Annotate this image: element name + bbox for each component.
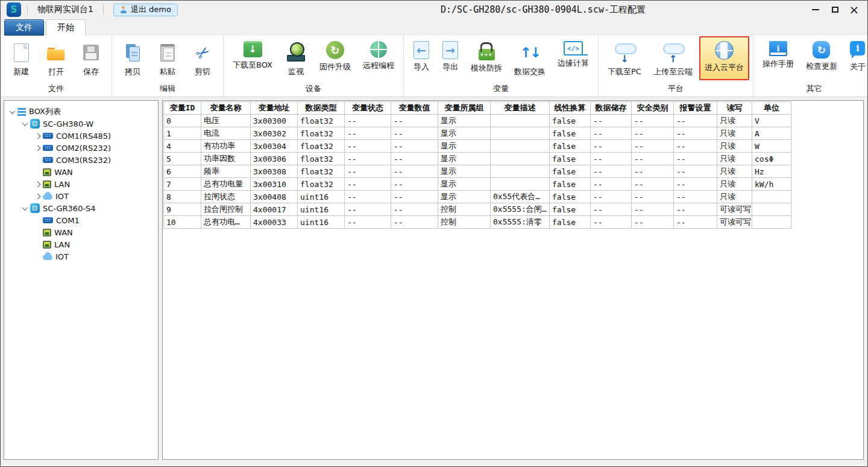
ethernet-port-icon [43, 241, 51, 249]
table-row[interactable]: 5功率因数3x00306float32----显示false------只读co… [164, 153, 791, 165]
expander-down-icon[interactable] [10, 108, 16, 114]
check-update-button[interactable]: ↻检查更新 [800, 36, 843, 80]
cell: -- [674, 153, 717, 165]
download-to-pc-button[interactable]: ↓下载至PC [602, 36, 647, 80]
cell: 4 [164, 140, 201, 153]
logout-button[interactable]: 退出 demo [113, 4, 178, 16]
cell: 显示 [438, 115, 491, 127]
tree-item-iot[interactable]: IOT [4, 190, 158, 202]
expander-right-icon[interactable] [35, 181, 41, 187]
minimize-button[interactable] [806, 1, 825, 18]
table-row[interactable]: 0电压3x00300float32----显示false------只读V [164, 115, 791, 127]
enter-cloud-platform-button[interactable]: 进入云平台 [699, 36, 749, 80]
tab-file[interactable]: 文件 [4, 19, 44, 36]
tree-item-com1-rs485-[interactable]: COM1(RS485) [4, 130, 158, 142]
copy-button[interactable]: 拷贝 [116, 36, 149, 80]
column-header[interactable]: 数据储存 [591, 102, 632, 115]
column-header[interactable]: 报警设置 [674, 102, 717, 115]
column-header[interactable]: 变量状态 [345, 102, 391, 115]
cell: Hz [752, 165, 791, 178]
tree-item-label: WAN [54, 168, 73, 177]
cell: 拉闸状态 [201, 191, 251, 203]
new-file-icon [10, 41, 33, 64]
module-tamper-proof-button[interactable]: •••模块防拆 [465, 36, 508, 80]
cell: 6 [164, 165, 201, 178]
tree-item-lan[interactable]: LAN [4, 178, 158, 190]
cell: 9 [164, 203, 201, 216]
cell: 显示 [438, 191, 491, 203]
column-header[interactable]: 变量数值 [391, 102, 438, 115]
tab-start[interactable]: 开始 [46, 19, 86, 36]
tree-item-lan[interactable]: LAN [4, 238, 158, 250]
column-header[interactable]: 数据类型 [298, 102, 345, 115]
column-header[interactable]: 单位 [752, 102, 791, 115]
column-header[interactable]: 变量名称 [201, 102, 251, 115]
column-header[interactable]: 变量地址 [251, 102, 298, 115]
expander-down-icon[interactable] [22, 120, 28, 126]
cell: -- [591, 216, 632, 229]
expander-right-icon[interactable] [35, 145, 41, 151]
cell: float32 [298, 165, 345, 178]
column-header[interactable]: 线性换算 [550, 102, 591, 115]
download-to-box-button[interactable]: ↓下载至BOX [227, 36, 278, 80]
upload-to-cloud-button[interactable]: ↑上传至云端 [648, 36, 698, 80]
column-header[interactable]: 变量描述 [491, 102, 550, 115]
close-button[interactable]: × [844, 1, 864, 18]
cell [752, 203, 791, 216]
ribbon-group-edit: 拷贝粘贴✂剪切编辑 [112, 36, 224, 97]
cell: 有功功率 [201, 140, 251, 153]
export-button[interactable]: →导出 [436, 36, 464, 80]
expander-down-icon[interactable] [22, 205, 28, 211]
tree-item-com1[interactable]: COM1 [4, 214, 158, 226]
cell: -- [345, 127, 391, 140]
manual-book-icon: i [769, 41, 787, 56]
list-icon [17, 108, 26, 116]
table-row[interactable]: 8拉闸状态3x00408uint16----显示0x55代表合…false---… [164, 191, 791, 203]
cell: -- [674, 115, 717, 127]
tree-item-box-[interactable]: BOX列表 [4, 106, 158, 118]
edge-computing-button[interactable]: </>边缘计算 [552, 36, 594, 80]
cell: float32 [298, 127, 345, 140]
column-header[interactable]: 变量所属组 [438, 102, 491, 115]
maximize-button[interactable] [825, 1, 844, 18]
ethernet-port-icon [43, 229, 51, 237]
paste-label: 粘贴 [160, 66, 175, 77]
column-header[interactable]: 变量ID [164, 102, 201, 115]
monitor-button[interactable]: 监视 [279, 36, 313, 80]
table-row[interactable]: 7总有功电量3x00310float32----显示false------只读k… [164, 178, 791, 191]
tree-item-label: LAN [54, 240, 70, 249]
remote-programming-button[interactable]: 远程编程 [357, 36, 400, 80]
paste-button[interactable]: 粘贴 [151, 36, 184, 80]
table-row[interactable]: 9拉合闸控制4x00017uint16----控制0x5555:合闸…false… [164, 203, 791, 216]
about-button[interactable]: i关于 [844, 36, 867, 80]
firmware-upgrade-button[interactable]: ↻固件升级 [314, 36, 356, 80]
cell [491, 127, 550, 140]
app-window: S 物联网实训台1 退出 demo D:/SC-GH280/sc-GH380-0… [0, 0, 868, 467]
expander-right-icon[interactable] [35, 133, 41, 139]
manual-button[interactable]: i操作手册 [757, 36, 799, 80]
cut-button[interactable]: ✂剪切 [186, 36, 219, 80]
tree-item-wan[interactable]: WAN [4, 166, 158, 178]
tree-item-iot[interactable]: IOT [4, 250, 158, 262]
save-button[interactable]: 保存 [74, 36, 108, 80]
column-header[interactable]: 安全类别 [632, 102, 674, 115]
table-row[interactable]: 1电流3x00302float32----显示false------只读A [164, 127, 791, 140]
table-row[interactable]: 4有功功率3x00304float32----显示false------只读W [164, 140, 791, 153]
tree-item-sc-gh380-w[interactable]: SC-GH380-W [4, 118, 158, 130]
ribbon-group-variable: ←导入→导出•••模块防拆↑↓数据交换</>边缘计算变量 [404, 36, 599, 97]
table-row[interactable]: 10总有功电…4x00033uint16----控制0x5555:清零false… [164, 216, 791, 229]
open-button[interactable]: 打开 [39, 36, 73, 80]
table-row[interactable]: 6频率3x00308float32----显示false------只读Hz [164, 165, 791, 178]
column-header[interactable]: 读写 [717, 102, 752, 115]
cell: uint16 [298, 191, 345, 203]
tree-item-sc-gr360-s4[interactable]: SC-GR360-S4 [4, 202, 158, 214]
new-button[interactable]: 新建 [4, 36, 38, 80]
import-button[interactable]: ←导入 [407, 36, 435, 80]
tree-item-com2-rs232-[interactable]: COM2(RS232) [4, 142, 158, 154]
tree-item-label: LAN [54, 180, 70, 189]
tree-item-com3-rs232-[interactable]: COM3(RS232) [4, 154, 158, 166]
data-exchange-button[interactable]: ↑↓数据交换 [509, 36, 551, 80]
tree-item-wan[interactable]: WAN [4, 226, 158, 238]
expander-right-icon[interactable] [35, 193, 41, 199]
ribbon-group-label: 变量 [407, 80, 594, 97]
